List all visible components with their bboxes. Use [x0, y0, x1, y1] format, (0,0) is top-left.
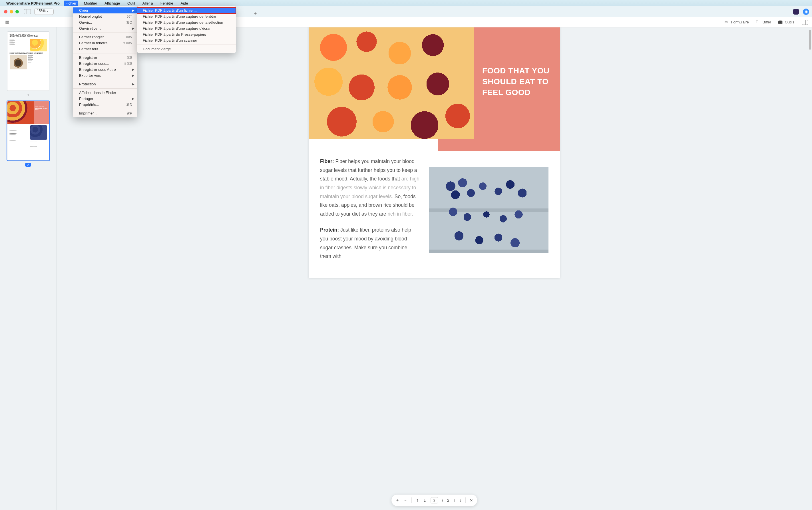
- sidebar-toggle-icon[interactable]: [24, 9, 31, 14]
- window-controls: [0, 10, 19, 13]
- menu-item[interactable]: Exporter vers▶: [73, 73, 137, 79]
- prev-page-icon[interactable]: ↑: [454, 498, 455, 503]
- menu-affichage[interactable]: Affichage: [103, 1, 122, 6]
- submenu-item[interactable]: Fichier PDF à partir d'un scanner: [137, 37, 236, 44]
- current-page-input[interactable]: [431, 497, 438, 504]
- submenu-item[interactable]: Document vierge: [137, 46, 236, 52]
- menu-item[interactable]: Fermer l'onglet⌘W: [73, 34, 137, 40]
- page-number-1: 1: [0, 93, 56, 97]
- fullscreen-window-button[interactable]: [16, 10, 19, 13]
- menu-aide[interactable]: Aide: [179, 1, 190, 6]
- submenu-item[interactable]: Fichier PDF à partir d'une capture de la…: [137, 20, 236, 25]
- minimize-window-button[interactable]: [10, 10, 13, 13]
- blueberries-image: [429, 167, 549, 253]
- user-avatar-icon[interactable]: ◉: [803, 8, 809, 15]
- thumbnails-view-icon[interactable]: [4, 19, 10, 25]
- menu-item[interactable]: Fermer tout: [73, 46, 137, 52]
- submenu-item[interactable]: Fichier PDF à partir du Presse-papiers: [137, 31, 236, 37]
- menu-outil[interactable]: Outil: [126, 1, 137, 6]
- total-pages: 2: [447, 498, 450, 503]
- menu-item[interactable]: Afficher dans le Finder: [73, 90, 137, 96]
- menu-item[interactable]: Créer▶: [73, 7, 137, 13]
- menu-item[interactable]: Ouvrir...⌘O: [73, 20, 137, 25]
- menu-item[interactable]: Partager▶: [73, 96, 137, 102]
- file-menu-dropdown: Créer▶Nouvel onglet⌘TOuvrir...⌘OOuvrir r…: [73, 6, 137, 117]
- hero-title-panel: FOOD THAT YOU SHOULD EAT TO FEEL GOOD: [474, 27, 560, 139]
- zoom-select[interactable]: 155% ⌄: [34, 8, 54, 15]
- submenu-item[interactable]: Fichier PDF à partir d'un fichier...: [137, 7, 236, 13]
- menu-fichier[interactable]: Fichier: [64, 1, 78, 6]
- menu-item[interactable]: Propriétés...⌘D: [73, 102, 137, 108]
- hero-pink-extension: [438, 139, 560, 151]
- page-number-2: 2: [0, 163, 56, 167]
- menu-fenêtre[interactable]: Fenêtre: [159, 1, 175, 6]
- menu-item[interactable]: Enregistrer sous...⇧⌘S: [73, 60, 137, 66]
- extension-icon[interactable]: [793, 9, 799, 15]
- page: FOOD THAT YOU SHOULD EAT TO FEEL GOOD Fi…: [309, 27, 560, 278]
- app-name[interactable]: Wondershare PDFelement Pro: [6, 1, 60, 5]
- redact-button[interactable]: TBiffer: [756, 20, 771, 25]
- next-page-icon[interactable]: ↓: [459, 498, 461, 503]
- menu-item[interactable]: Protection▶: [73, 81, 137, 87]
- first-page-icon[interactable]: ⤒: [416, 498, 419, 503]
- hero-citrus-image: [309, 27, 474, 139]
- submenu-item[interactable]: Fichier PDF à partir d'une capture de fe…: [137, 13, 236, 20]
- menu-item[interactable]: Ouvrir récent▶: [73, 25, 137, 31]
- menu-item[interactable]: Nouvel onglet⌘T: [73, 13, 137, 20]
- right-panel-toggle-icon[interactable]: [802, 20, 808, 25]
- menu-item[interactable]: Fermer la fenêtre⇧⌘W: [73, 40, 137, 46]
- page-thumbnail-1[interactable]: HOW TO EAT HEALTHY AND FEEL GOOD EVERY D…: [7, 31, 49, 91]
- page-navigation-toolbar: ＋ － ⤒ ⤓ / 2 ↑ ↓ ✕: [392, 494, 477, 506]
- menu-item[interactable]: Imprimer...⌘P: [73, 110, 137, 116]
- scrollbar[interactable]: [809, 27, 811, 510]
- create-submenu: Fichier PDF à partir d'un fichier...Fich…: [137, 6, 236, 53]
- menu-aller à[interactable]: Aller à: [141, 1, 155, 6]
- zoom-in-icon[interactable]: ＋: [396, 498, 400, 503]
- document-area[interactable]: FOOD THAT YOU SHOULD EAT TO FEEL GOOD Fi…: [57, 27, 812, 510]
- zoom-out-icon[interactable]: －: [403, 498, 407, 503]
- menu-item[interactable]: Enregistrer⌘S: [73, 55, 137, 60]
- close-toolbar-icon[interactable]: ✕: [470, 498, 473, 503]
- menu-modifier[interactable]: Modifier: [82, 1, 99, 6]
- thumbnail-sidebar: HOW TO EAT HEALTHY AND FEEL GOOD EVERY D…: [0, 27, 57, 510]
- last-page-icon[interactable]: ⤓: [423, 498, 427, 503]
- close-window-button[interactable]: [4, 10, 7, 13]
- form-button[interactable]: Formulaire: [724, 20, 749, 25]
- mac-menubar: Wondershare PDFelement Pro FichierModifi…: [0, 0, 812, 6]
- page-separator: /: [442, 498, 443, 503]
- body-text: Fiber: Fiber helps you maintain your blo…: [320, 157, 419, 261]
- menu-item[interactable]: Enregistrer sous Autre▶: [73, 66, 137, 73]
- tools-button[interactable]: Outils: [778, 20, 794, 25]
- page-thumbnail-2[interactable]: FOOD THAT YOU SHOULD EAT TO FEEL GOOD ▬▬…: [7, 101, 49, 161]
- new-tab-button[interactable]: ＋: [251, 9, 259, 17]
- submenu-item[interactable]: Fichier PDF à partir d'une capture d'écr…: [137, 25, 236, 31]
